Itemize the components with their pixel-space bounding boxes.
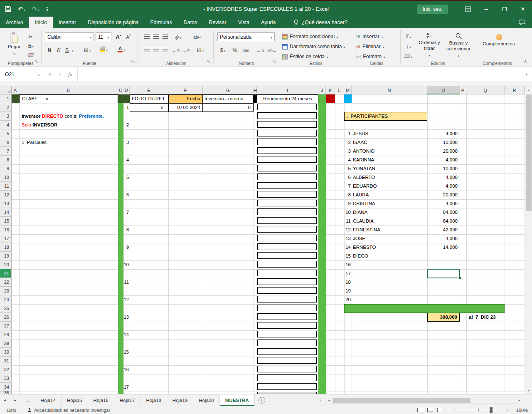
cell-D22[interactable]: 11	[123, 278, 130, 287]
currency-button[interactable]	[217, 46, 228, 54]
cell-I33[interactable]	[257, 374, 317, 381]
tab-vista[interactable]: Vista	[232, 17, 256, 28]
cell-M23[interactable]: 19	[344, 287, 352, 295]
cell-O16[interactable]: 42,000	[427, 226, 460, 234]
row-header-2[interactable]: 2	[0, 103, 12, 112]
column-header-I[interactable]: I	[257, 86, 318, 94]
sheet-nav-prev-icon[interactable]	[0, 394, 10, 406]
column-header-B[interactable]: B	[19, 86, 118, 94]
cell-N23[interactable]	[352, 287, 427, 295]
cell-O11[interactable]: 4,000	[427, 182, 460, 191]
align-center-button[interactable]	[152, 46, 160, 54]
sheet-tab-Hoja14[interactable]: Hoja14	[35, 394, 62, 406]
cell-O15[interactable]: 84,000	[427, 217, 460, 226]
row-header-16[interactable]: 16	[0, 226, 12, 234]
cell-D34[interactable]: 17	[123, 383, 130, 392]
row-header-28[interactable]: 28	[0, 330, 12, 339]
horizontal-scrollbar[interactable]	[326, 396, 523, 404]
format-as-table-button[interactable]: Dar formato como tabla	[282, 42, 345, 51]
cell-N21[interactable]	[352, 269, 427, 278]
cell-I28[interactable]	[257, 331, 317, 337]
cell-M11[interactable]: 7	[344, 182, 352, 191]
cell-D18[interactable]: 9	[123, 243, 130, 252]
maximize-button[interactable]	[495, 1, 514, 17]
scroll-up-icon[interactable]	[525, 86, 532, 94]
font-size-select[interactable]: 11	[96, 32, 111, 41]
wrap-text-button[interactable]	[189, 32, 206, 41]
tab-inicio[interactable]: Inicio	[29, 17, 53, 28]
row-header-9[interactable]: 9	[0, 164, 12, 173]
cell-N9[interactable]: YONATAN	[352, 164, 427, 173]
borders-button[interactable]	[81, 46, 93, 54]
tab-insertar[interactable]: Insertar	[53, 17, 82, 28]
cell-O14[interactable]: 84,000	[427, 208, 460, 217]
zoom-level[interactable]: 100%	[514, 408, 528, 413]
sheet-tab-Hoja15[interactable]: Hoja15	[62, 394, 88, 406]
cell-M24[interactable]: 20	[344, 295, 352, 304]
cell-I17[interactable]	[257, 235, 317, 241]
cell-N6[interactable]: ISAAC	[352, 138, 427, 147]
horizontal-scroll-track[interactable]	[332, 397, 516, 404]
row-header-21[interactable]: 21	[0, 269, 12, 278]
zoom-slider-thumb[interactable]	[490, 407, 493, 413]
redo-button[interactable]	[32, 5, 39, 13]
italic-button[interactable]: K	[55, 46, 62, 54]
cell-I27[interactable]	[257, 322, 317, 329]
cell-N18[interactable]: ERNESTO	[352, 243, 427, 252]
cell-M5[interactable]: 1	[344, 129, 352, 138]
save-icon[interactable]	[5, 6, 11, 12]
conditional-formatting-button[interactable]: Formato condicional	[282, 32, 338, 41]
selection-O21[interactable]	[427, 269, 460, 278]
zoom-in-button[interactable]	[505, 407, 510, 413]
decrease-font-button[interactable]	[124, 32, 133, 41]
cell-N12[interactable]: LAURA	[352, 191, 427, 199]
cell-N15[interactable]: CLAUDIA	[352, 217, 427, 226]
vertical-scrollbar[interactable]	[525, 86, 532, 394]
column-header-R[interactable]: R	[505, 86, 525, 94]
row-header-12[interactable]: 12	[0, 191, 12, 199]
cell-I10[interactable]	[257, 174, 317, 180]
row-header-7[interactable]: 7	[0, 147, 12, 156]
cell-O18[interactable]: 14,000	[427, 243, 460, 252]
percent-button[interactable]	[231, 46, 239, 54]
increase-font-button[interactable]	[114, 32, 123, 41]
column-header-L[interactable]: L	[335, 86, 344, 94]
sheet-nav-next-icon[interactable]	[10, 394, 20, 406]
close-button[interactable]	[514, 1, 532, 17]
cell-M20[interactable]: 16	[344, 260, 352, 269]
cell-I23[interactable]	[257, 287, 317, 294]
row-header-20[interactable]: 20	[0, 260, 12, 269]
accessibility-status[interactable]: Accesibilidad: es necesario investigar	[23, 406, 114, 414]
cell-G1[interactable]: Inversión - retorno	[203, 94, 254, 103]
column-header-N[interactable]: N	[352, 86, 427, 94]
customize-toolbar-button[interactable]	[46, 5, 48, 12]
cell-M7[interactable]: 3	[344, 147, 352, 156]
selection-fill-handle[interactable]	[458, 277, 461, 280]
select-all-corner[interactable]	[0, 86, 12, 94]
cell-O8[interactable]: 4,000	[427, 156, 460, 164]
row-header-26[interactable]: 26	[0, 313, 12, 322]
column-header-J[interactable]: J	[318, 86, 326, 94]
cell-I20[interactable]	[257, 261, 317, 268]
number-dialog-launcher-icon[interactable]	[273, 59, 276, 65]
page-layout-view-button[interactable]	[427, 408, 433, 412]
cell-N22[interactable]	[352, 278, 427, 287]
cell-F2[interactable]: 10 01 2024	[168, 103, 203, 112]
cell-I26[interactable]	[257, 313, 317, 320]
insert-cells-button[interactable]: Insertar	[356, 32, 383, 41]
row-header-19[interactable]: 19	[0, 252, 12, 260]
cell-I21[interactable]	[257, 270, 317, 276]
cell-O9[interactable]: 10,000	[427, 164, 460, 173]
find-select-button[interactable]: Buscar y seleccionar	[443, 32, 474, 58]
cell-M22[interactable]: 18	[344, 278, 352, 287]
cell-I19[interactable]	[257, 252, 317, 259]
autosum-button[interactable]	[403, 32, 414, 40]
underline-menu-button[interactable]	[71, 46, 75, 54]
alignment-dialog-launcher-icon[interactable]	[207, 59, 211, 65]
cell-M21[interactable]: 17	[344, 269, 352, 278]
row-header-5[interactable]: 5	[0, 129, 12, 138]
cut-button[interactable]	[26, 32, 36, 41]
cell-O13[interactable]: 4,000	[427, 199, 460, 208]
underline-button[interactable]: S	[63, 46, 71, 54]
cell-D8[interactable]: 4	[123, 156, 130, 164]
